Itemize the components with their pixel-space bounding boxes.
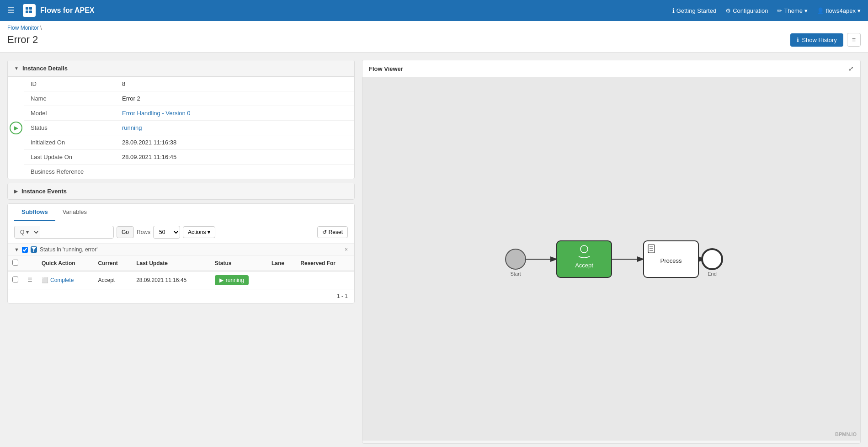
field-label-model: Model (24, 106, 116, 121)
field-value-id: 8 (116, 77, 354, 91)
table-row: Business Reference (24, 165, 354, 179)
rows-label: Rows (137, 229, 150, 235)
svg-point-18 (702, 249, 722, 269)
table-row: Name Error 2 (24, 91, 354, 106)
bpmn-diagram: Accept Process Start End (493, 232, 730, 287)
search-input[interactable] (40, 227, 113, 238)
table-row: Initialized On 28.09.2021 11:16:38 (24, 135, 354, 150)
page-header-actions: ℹ Show History ≡ (790, 33, 861, 47)
filter-label: Status in 'running, error' (40, 246, 98, 253)
page-menu-button[interactable]: ≡ (847, 33, 861, 47)
go-button[interactable]: Go (117, 226, 134, 238)
row-checkbox[interactable] (12, 277, 18, 282)
reset-button[interactable]: ↺ Reset (317, 226, 348, 238)
info-circle-icon: ℹ (797, 37, 799, 43)
play-button-container: ▶ (10, 117, 22, 139)
rows-select[interactable]: 50 10 25 100 (153, 226, 180, 239)
chevron-right-icon: ▶ (14, 189, 18, 194)
info-icon: ℹ (672, 7, 675, 14)
configuration-link[interactable]: ⚙ Configuration (725, 7, 768, 14)
table-footer: 1 - 1 (8, 289, 354, 303)
flow-canvas: Accept Process Start End (362, 77, 860, 441)
status-link[interactable]: running (122, 124, 142, 131)
field-value-name: Error 2 (116, 91, 354, 106)
page-header: Flow Monitor \ Error 2 ℹ Show History ≡ (0, 21, 868, 53)
tabs-container: Subflows Variables (8, 204, 354, 221)
hamburger-menu-icon[interactable]: ☰ (7, 5, 15, 16)
field-value-model: Error Handling - Version 0 (116, 106, 354, 121)
instance-details-section: ▼ Instance Details ▶ ID (7, 60, 355, 179)
tab-variables[interactable]: Variables (55, 204, 94, 221)
instance-events-section: ▶ Instance Events (7, 183, 355, 200)
user-menu-link[interactable]: 👤 flows4apex ▾ (817, 7, 861, 14)
instance-events-label: Instance Events (21, 188, 67, 195)
filter-toggle-icon[interactable]: ▼ (14, 247, 19, 252)
field-label-name: Name (24, 91, 116, 106)
details-table: ID 8 Name Error 2 Model (24, 77, 354, 179)
svg-text:Process: Process (660, 257, 682, 264)
instance-events-header[interactable]: ▶ Instance Events (8, 183, 354, 199)
th-checkbox (8, 256, 23, 271)
flow-viewer-title: Flow Viewer (369, 65, 403, 72)
table-header: Quick Action Current Last Update Status … (8, 256, 354, 271)
flow-viewer-panel: Flow Viewer ⤢ Accept (362, 60, 861, 444)
instance-details-content: ▶ ID 8 Name Er (8, 77, 354, 179)
expand-icon[interactable]: ⤢ (848, 65, 854, 72)
field-label-id: ID (24, 77, 116, 91)
getting-started-link[interactable]: ℹ Getting Started (672, 7, 716, 14)
row-checkbox-cell (8, 271, 23, 289)
subflows-section: Subflows Variables Q ▾ Go Rows 50 10 25 … (7, 203, 355, 303)
model-link[interactable]: Error Handling - Version 0 (122, 110, 191, 117)
complete-label: Complete (50, 277, 74, 283)
user-icon: 👤 (817, 7, 824, 14)
reset-icon: ↺ (322, 229, 327, 235)
row-last-update-cell: 28.09.2021 11:16:45 (132, 271, 210, 289)
chevron-down-icon: ▾ (804, 7, 808, 14)
breadcrumb: Flow Monitor \ (7, 25, 861, 31)
th-menu (23, 256, 37, 271)
field-label-last-update: Last Update On (24, 150, 116, 165)
field-value-last-update: 28.09.2021 11:16:45 (116, 150, 354, 165)
filter-checkbox[interactable] (22, 247, 28, 253)
theme-link[interactable]: ✏ Theme ▾ (777, 7, 807, 14)
instance-details-header[interactable]: ▼ Instance Details (8, 60, 354, 77)
complete-link[interactable]: ⬜ Complete (42, 277, 89, 283)
svg-text:Accept: Accept (575, 262, 593, 269)
left-panel: ▼ Instance Details ▶ ID (7, 60, 355, 444)
breadcrumb-parent-link[interactable]: Flow Monitor (7, 25, 39, 31)
field-value-business-ref (116, 165, 354, 179)
row-menu-cell: ☰ (23, 271, 37, 289)
filter-tag-icon (31, 246, 37, 253)
field-value-status: running (116, 121, 354, 135)
bpmn-watermark: BPMN.IO (835, 431, 857, 437)
flow-viewer-header: Flow Viewer ⤢ (362, 60, 860, 77)
actions-button[interactable]: Actions ▾ (183, 226, 215, 238)
table-row: ID 8 (24, 77, 354, 91)
page-title: Error 2 (7, 34, 38, 46)
table-row: ☰ ⬜ Complete Accept 28.09.2021 11:16:45 (8, 271, 354, 289)
nav-right: ℹ Getting Started ⚙ Configuration ✏ Them… (672, 7, 861, 14)
logo-svg (25, 6, 34, 15)
search-type-select[interactable]: Q ▾ (15, 226, 40, 238)
svg-text:End: End (708, 271, 717, 277)
subflows-table: Quick Action Current Last Update Status … (8, 256, 354, 289)
chevron-down-icon: ▾ (857, 7, 861, 14)
main-layout: ▼ Instance Details ▶ ID (0, 53, 868, 447)
field-label-business-ref: Business Reference (24, 165, 116, 179)
chevron-down-icon: ▼ (14, 66, 19, 71)
th-quick-action: Quick Action (37, 256, 94, 271)
chevron-down-icon: ▾ (208, 229, 210, 235)
play-icon[interactable]: ▶ (10, 122, 22, 134)
filter-close-button[interactable]: × (345, 246, 348, 253)
table-row: Status running (24, 121, 354, 135)
select-all-checkbox[interactable] (12, 260, 18, 266)
nav-left: ☰ Flows for APEX (7, 4, 95, 17)
show-history-button[interactable]: ℹ Show History (790, 33, 843, 47)
filter-bar: ▼ Status in 'running, error' × (8, 244, 354, 256)
instance-details-label: Instance Details (22, 65, 68, 72)
tab-subflows[interactable]: Subflows (14, 204, 55, 221)
status-indicator-col: ▶ (8, 77, 24, 179)
row-menu-icon[interactable]: ☰ (27, 277, 32, 283)
subflows-toolbar: Q ▾ Go Rows 50 10 25 100 Actions ▾ ↺ (8, 221, 354, 244)
th-reserved-for: Reserved For (296, 256, 354, 271)
